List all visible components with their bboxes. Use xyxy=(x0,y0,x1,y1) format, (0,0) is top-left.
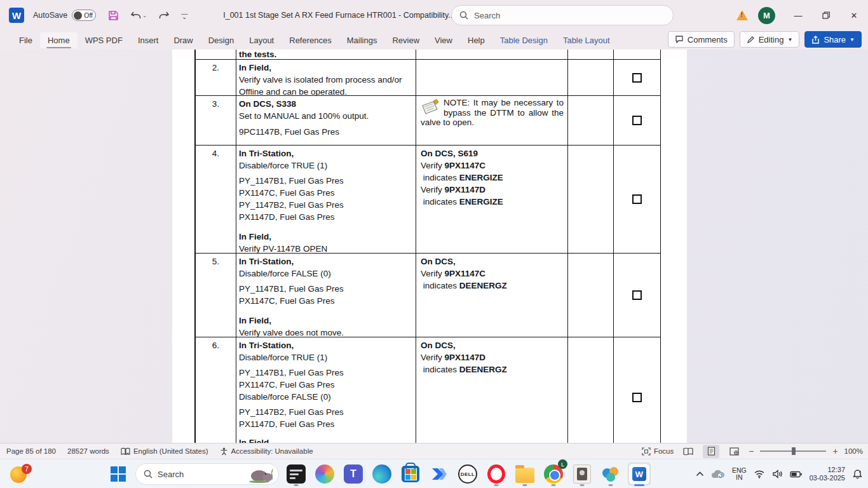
qat-overflow-icon[interactable]: —⌄ xyxy=(181,12,187,18)
tab-file[interactable]: File xyxy=(11,32,40,48)
accessibility-status[interactable]: Accessibility: Unavailable xyxy=(220,447,313,456)
proofing-status[interactable]: English (United States) xyxy=(121,447,208,456)
procedure-table: the tests.2.In Field,Verify valve is iso… xyxy=(194,50,661,443)
focus-button[interactable]: Focus xyxy=(642,447,674,456)
toggle-knob-icon xyxy=(74,11,82,20)
opera-icon[interactable] xyxy=(485,463,508,485)
contacts-app-icon[interactable] xyxy=(571,463,593,485)
step-number-cell: 2. xyxy=(196,60,236,96)
step-checkbox[interactable] xyxy=(632,290,642,300)
taskbar: 7 Search TDELLLW ENG IN 1 xyxy=(0,459,868,488)
share-button[interactable]: Share ▼ xyxy=(804,31,862,48)
step-checkbox[interactable] xyxy=(632,194,642,204)
recall-app-icon[interactable] xyxy=(285,463,308,485)
tab-references[interactable]: References xyxy=(281,32,339,48)
table-text-line: PX1147C, Fuel Gas Pres xyxy=(239,295,412,307)
zoom-level[interactable]: 100% xyxy=(844,447,863,455)
step-checkbox[interactable] xyxy=(632,73,642,83)
tab-mailings[interactable]: Mailings xyxy=(339,32,385,48)
table-text-line: PY_1147B2, Fuel Gas Pres xyxy=(239,406,412,418)
close-button[interactable]: ✕ xyxy=(840,0,868,30)
language-indicator[interactable]: ENG IN xyxy=(732,467,747,481)
wifi-icon[interactable] xyxy=(754,470,765,478)
pencil-icon xyxy=(747,36,755,44)
zoom-slider-thumb[interactable] xyxy=(792,447,796,455)
word-count[interactable]: 28527 words xyxy=(67,447,109,455)
taskbar-search-box[interactable]: Search xyxy=(135,463,279,485)
widgets-weather-icon[interactable]: 7 xyxy=(10,464,32,484)
tab-layout[interactable]: Layout xyxy=(241,32,281,48)
running-indicator xyxy=(294,484,299,486)
table-text-line: PX1147D, Fuel Gas Pres xyxy=(239,418,412,430)
avatar[interactable]: M xyxy=(758,7,775,24)
power-automate-icon[interactable] xyxy=(428,463,451,485)
start-button[interactable] xyxy=(107,463,130,485)
table-text-line: indicates DEENERGZ xyxy=(421,280,564,292)
editing-label: Editing xyxy=(759,35,784,44)
edge-icon[interactable] xyxy=(370,463,393,485)
web-layout-button[interactable] xyxy=(726,445,742,458)
editing-mode-button[interactable]: Editing ▼ xyxy=(740,31,800,48)
zoom-in-button[interactable]: + xyxy=(832,446,837,456)
word-logo-icon[interactable]: W xyxy=(9,8,24,23)
tab-review[interactable]: Review xyxy=(384,32,427,48)
checkbox-cell xyxy=(614,337,661,443)
instruction-cell: In Tri-Station,Disable/force TRUE (1)PY_… xyxy=(236,337,416,443)
initials-cell xyxy=(568,96,614,146)
battery-icon[interactable] xyxy=(790,470,803,478)
read-mode-button[interactable] xyxy=(680,445,696,458)
zoom-slider[interactable] xyxy=(760,451,826,452)
comment-icon xyxy=(675,35,684,44)
volume-icon[interactable] xyxy=(772,470,783,478)
dell-icon[interactable]: DELL xyxy=(456,463,479,485)
clock[interactable]: 12:37 03-03-2025 xyxy=(810,466,845,482)
notification-bell-icon[interactable]: z xyxy=(852,469,863,479)
app-search-box[interactable]: Search xyxy=(451,5,674,25)
file-explorer-icon[interactable] xyxy=(513,463,536,485)
tab-insert[interactable]: Insert xyxy=(130,32,166,48)
zoom-out-button[interactable]: − xyxy=(749,446,754,456)
table-text-line: PY_1147B2, Fuel Gas Pres xyxy=(239,199,412,211)
tab-wps-pdf[interactable]: WPS PDF xyxy=(78,32,130,48)
autosave-control[interactable]: AutoSave Off xyxy=(33,10,96,21)
table-text-line: Set to MANUAL and 100% output. xyxy=(239,110,412,122)
onedrive-sync-icon[interactable] xyxy=(711,470,725,479)
word-icon[interactable]: W xyxy=(628,463,651,485)
restore-button[interactable] xyxy=(812,0,840,30)
tray-chevron-up-icon[interactable] xyxy=(696,471,704,477)
tab-view[interactable]: View xyxy=(427,32,460,48)
chevron-down-icon: ▼ xyxy=(787,37,792,43)
undo-button[interactable]: ⌄ xyxy=(130,7,147,24)
verification-cell: NOTE: It may be necessary to bypass the … xyxy=(416,96,568,146)
comments-button[interactable]: Comments xyxy=(668,31,735,48)
tab-table-layout[interactable]: Table Layout xyxy=(555,32,618,48)
autosave-toggle[interactable]: Off xyxy=(72,10,96,21)
undo-dropdown-icon[interactable]: ⌄ xyxy=(142,13,147,18)
save-icon[interactable] xyxy=(105,7,121,24)
title-bar: W AutoSave Off ⌄ —⌄ I_001 1st Stage Set … xyxy=(0,0,868,30)
tab-table-design[interactable]: Table Design xyxy=(492,32,555,48)
svg-text:z: z xyxy=(859,470,861,473)
verification-cell: On DCS,Verify 9PX1147D indicates DEENERG… xyxy=(416,337,568,443)
chrome-icon[interactable]: L xyxy=(542,463,565,485)
warning-icon[interactable] xyxy=(736,10,748,20)
print-layout-button[interactable] xyxy=(703,445,719,458)
photos-app-icon[interactable] xyxy=(599,463,622,485)
teams-icon[interactable]: T xyxy=(342,463,365,485)
tab-home[interactable]: Home xyxy=(40,32,78,48)
tab-draw[interactable]: Draw xyxy=(166,32,200,48)
step-checkbox[interactable] xyxy=(632,116,642,125)
redo-button[interactable] xyxy=(156,7,172,24)
running-indicator xyxy=(494,484,499,486)
copilot-icon[interactable] xyxy=(313,463,336,485)
tab-help[interactable]: Help xyxy=(460,32,492,48)
step-checkbox[interactable] xyxy=(632,393,642,402)
minimize-button[interactable]: — xyxy=(784,0,812,30)
document-area[interactable]: the tests.2.In Field,Verify valve is iso… xyxy=(0,50,868,443)
tab-design[interactable]: Design xyxy=(201,32,241,48)
page-indicator[interactable]: Page 85 of 180 xyxy=(6,447,56,455)
table-text-line: indicates ENERGIZE xyxy=(421,172,564,184)
focus-icon xyxy=(642,447,651,456)
store-icon[interactable] xyxy=(399,463,422,485)
table-text-line: On DCS, S619 xyxy=(421,147,564,159)
